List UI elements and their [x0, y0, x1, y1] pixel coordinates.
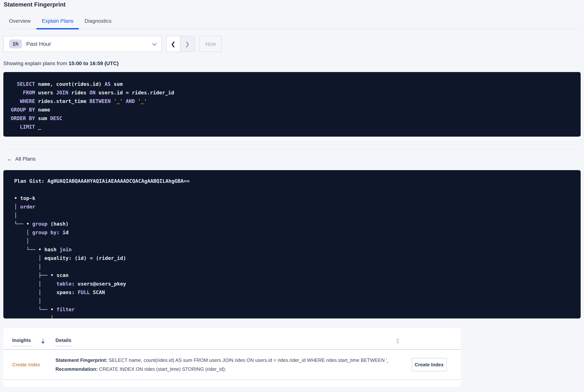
action-cell: Create Index — [412, 358, 447, 371]
chevron-left-icon: ❮ — [171, 41, 175, 47]
sql-statement-panel: SELECT name, count(rides.id) AS sum FROM… — [3, 72, 581, 136]
active-tab-underline — [36, 28, 79, 30]
time-controls: 1h Past Hour ❮ ❯ Now — [3, 36, 581, 52]
left-arrow-icon: ← — [7, 156, 12, 162]
prev-time-button[interactable]: ❮ — [166, 36, 180, 52]
column-header-details: Details — [55, 338, 461, 346]
details-column-label[interactable]: Details — [55, 338, 71, 346]
insights-column-label[interactable]: Insights — [12, 338, 31, 346]
plan-gist-panel: Plan Gist: AgHUAQIABQAAAHYAQIAiAEAAAADCQ… — [3, 170, 581, 318]
sort-icon-details[interactable] — [396, 338, 399, 344]
time-range-dropdown[interactable]: 1h Past Hour — [3, 36, 161, 52]
sort-icon-insights[interactable] — [41, 338, 45, 344]
tab-label: Explain Plans — [42, 18, 73, 24]
tab-label: Diagnostics — [84, 18, 111, 24]
insight-type-link[interactable]: Create Index — [12, 362, 40, 368]
statement-fingerprint-line: Statement Fingerprint: SELECT name, coun… — [55, 356, 389, 365]
insights-table-card: Insights Details Create Index Statement … — [3, 328, 461, 387]
sort-asc-icon — [396, 338, 399, 340]
create-index-button[interactable]: Create Index — [412, 358, 447, 371]
showing-prefix: Showing explain plans from — [3, 60, 68, 66]
tab-label: Overview — [9, 18, 31, 24]
tab-bar: Overview Explain Plans Diagnostics — [3, 16, 581, 29]
table-row: Create Index Statement Fingerprint: SELE… — [3, 350, 461, 380]
showing-range-text: Showing explain plans from 15:00 to 16:5… — [3, 60, 581, 66]
sort-asc-icon — [41, 338, 45, 340]
insights-table-header: Insights Details — [3, 328, 461, 350]
insight-details-cell: Statement Fingerprint: SELECT name, coun… — [55, 356, 389, 374]
plan-tree: • top-k│ order│└── • group (hash) │ grou… — [14, 186, 573, 318]
showing-range: 15:00 to 16:59 (UTC) — [68, 60, 118, 66]
tab-explain-plans[interactable]: Explain Plans — [36, 16, 79, 29]
time-step-buttons: ❮ ❯ — [166, 36, 195, 52]
section-divider — [3, 149, 581, 150]
next-time-button[interactable]: ❯ — [180, 36, 194, 52]
column-header-insights: Insights — [12, 338, 55, 346]
insight-type-cell: Create Index — [12, 362, 55, 368]
chevron-down-icon — [152, 41, 157, 46]
sql-code: SELECT name, count(rides.id) AS sum FROM… — [11, 80, 573, 131]
sort-desc-icon — [396, 342, 399, 344]
tab-overview[interactable]: Overview — [3, 16, 36, 29]
recommendation-line: Recommendation: CREATE INDEX ON rides (s… — [55, 365, 389, 374]
all-plans-link[interactable]: ← All Plans — [3, 156, 35, 162]
page-title: Statement Fingerprint — [3, 0, 581, 8]
tab-diagnostics[interactable]: Diagnostics — [79, 16, 117, 29]
plan-gist: Plan Gist: AgHUAQIABQAAAHYAQIAiAEAAAADCQ… — [14, 177, 573, 186]
now-button[interactable]: Now — [199, 36, 222, 52]
time-range-badge: 1h — [9, 40, 22, 48]
sort-desc-icon — [41, 342, 45, 344]
time-range-label: Past Hour — [26, 41, 51, 47]
all-plans-label: All Plans — [15, 156, 35, 162]
chevron-right-icon: ❯ — [185, 41, 190, 47]
